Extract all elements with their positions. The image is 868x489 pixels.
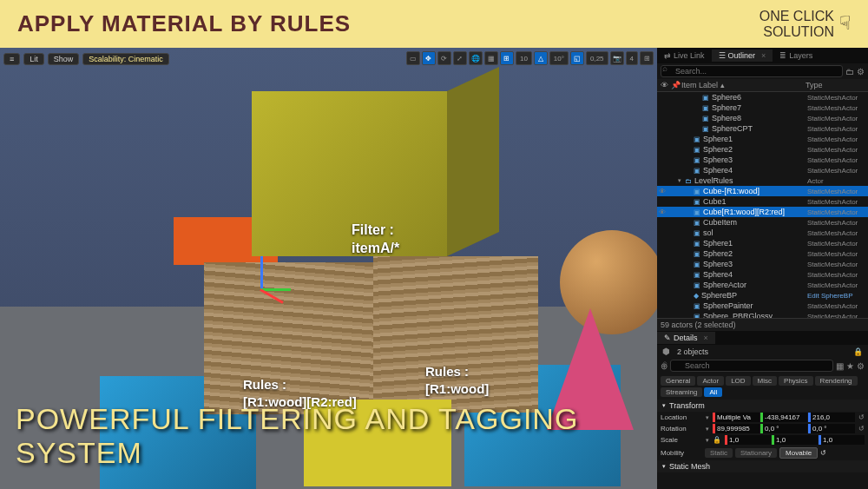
chevron-down-icon[interactable]: ▾ (706, 414, 709, 421)
outliner-row[interactable]: ▣Sphere2StaticMeshActor (657, 248, 868, 259)
pin-column-icon[interactable]: 📌 (671, 81, 681, 89)
outliner-tree[interactable]: ▣Sphere6StaticMeshActor▣Sphere7StaticMes… (657, 92, 868, 318)
tab-layers[interactable]: ≣Layers (773, 50, 819, 62)
viewport[interactable]: ≡ Lit Show Scalability: Cinematic ▭ ✥ ⟳ … (0, 48, 657, 489)
reset-mobility-button[interactable]: ↺ (820, 449, 826, 457)
category-all[interactable]: All (704, 387, 722, 397)
translate-tool-icon[interactable]: ✥ (422, 51, 436, 65)
rotation-x-input[interactable]: 89,999985 (713, 424, 760, 433)
filter-icon[interactable]: ⊕ (661, 361, 667, 371)
maximize-viewport-icon[interactable]: ⊞ (640, 51, 654, 65)
outliner-search-input[interactable] (661, 65, 843, 77)
category-streaming[interactable]: Streaming (661, 387, 702, 397)
grid-snap-value[interactable]: 10 (516, 51, 532, 65)
section-static-mesh[interactable]: ▾Static Mesh (657, 460, 868, 472)
outliner-row[interactable]: ▣Sphere7StaticMeshActor (657, 102, 868, 113)
scale-lock-icon[interactable]: 🔒 (713, 436, 721, 444)
outliner-row[interactable]: ▣Sphere3StaticMeshActor (657, 259, 868, 269)
outliner-row[interactable]: ▣Sphere1StaticMeshActor (657, 238, 868, 248)
column-type[interactable]: Type (806, 81, 865, 89)
surface-snap-icon[interactable]: ▦ (484, 51, 498, 65)
scale-tool-icon[interactable]: ⤢ (453, 51, 467, 65)
eye-column-icon[interactable]: 👁 (661, 81, 671, 89)
grid-snap-icon[interactable]: ⊞ (500, 51, 514, 65)
outliner-row[interactable]: ▣SphereCPTStaticMeshActor (657, 123, 868, 134)
gear-icon[interactable]: ⚙ (857, 361, 865, 371)
expand-icon[interactable]: ▾ (678, 177, 685, 184)
category-actor[interactable]: Actor (697, 376, 724, 386)
scale-y-input[interactable]: 1,0 (772, 435, 818, 445)
chevron-down-icon[interactable]: ▾ (706, 437, 709, 444)
tab-outliner[interactable]: ☰Outliner× (712, 50, 773, 62)
livelink-icon: ⇄ (664, 51, 671, 60)
viewport-menu-button[interactable]: ≡ (3, 53, 20, 65)
actor-type-icon: ▣ (694, 271, 700, 279)
reset-rotation-button[interactable]: ↺ (858, 425, 865, 433)
category-rendering[interactable]: Rendering (815, 376, 858, 386)
section-transform[interactable]: ▾Transform (657, 400, 868, 412)
rotation-z-input[interactable]: 0,0 ° (808, 424, 855, 433)
actor-type-text[interactable]: Edit SphereBP (807, 292, 866, 300)
coord-space-icon[interactable]: 🌐 (469, 51, 483, 65)
chevron-down-icon[interactable]: ▾ (706, 426, 709, 433)
marketing-caption: POWERFUL FILTERING AND TAGGING SYSTEM (16, 402, 657, 470)
category-lod[interactable]: LOD (726, 376, 750, 386)
mobility-static-button[interactable]: Static (705, 448, 733, 458)
select-tool-icon[interactable]: ▭ (406, 51, 420, 65)
angle-snap-icon[interactable]: △ (534, 51, 548, 65)
tab-details[interactable]: ✎Details× (657, 332, 715, 344)
category-general[interactable]: General (661, 376, 695, 386)
outliner-row[interactable]: ◆SphereBPEdit SphereBP (657, 290, 868, 301)
outliner-row[interactable]: ▣Sphere4StaticMeshActor (657, 165, 868, 175)
outliner-row[interactable]: ▣Sphere8StaticMeshActor (657, 113, 868, 123)
close-icon[interactable]: × (761, 51, 766, 60)
mobility-stationary-button[interactable]: Stationary (735, 448, 777, 458)
outliner-row[interactable]: ▾🗀LevelRulesActor (657, 175, 868, 186)
scale-snap-icon[interactable]: ◱ (570, 51, 584, 65)
scalability-button[interactable]: Scalability: Cinematic (82, 53, 169, 65)
angle-snap-value[interactable]: 10° (549, 51, 569, 65)
view-mode-button[interactable]: Lit (23, 53, 44, 65)
outliner-row[interactable]: 👁▣Cube-[R1:wood]StaticMeshActor (657, 186, 868, 196)
rotate-tool-icon[interactable]: ⟳ (437, 51, 451, 65)
column-item-label[interactable]: Item Label▴ (681, 81, 806, 89)
scale-z-input[interactable]: 1,0 (819, 435, 865, 445)
visibility-toggle-icon[interactable]: 👁 (659, 188, 669, 195)
tab-livelink[interactable]: ⇄Live Link (657, 50, 712, 62)
gizmo-z-axis[interactable] (260, 256, 263, 291)
camera-speed-value[interactable]: 4 (626, 51, 638, 65)
outliner-row[interactable]: ▣SphereActorStaticMeshActor (657, 280, 868, 290)
outliner-row[interactable]: ▣Cube1StaticMeshActor (657, 196, 868, 207)
scale-snap-value[interactable]: 0,25 (586, 51, 608, 65)
outliner-row[interactable]: ▣Sphere3StaticMeshActor (657, 155, 868, 165)
property-matrix-icon[interactable]: ▦ (836, 361, 844, 371)
outliner-row[interactable]: ▣Sphere1StaticMeshActor (657, 134, 868, 144)
outliner-row[interactable]: ▣Sphere2StaticMeshActor (657, 144, 868, 155)
favorite-icon[interactable]: ★ (846, 361, 854, 371)
details-search-input[interactable] (670, 360, 833, 372)
settings-icon[interactable]: ⚙ (857, 67, 865, 76)
camera-speed-icon[interactable]: 📷 (610, 51, 624, 65)
outliner-row[interactable]: ▣Sphere6StaticMeshActor (657, 92, 868, 102)
visibility-toggle-icon[interactable]: 👁 (659, 208, 669, 216)
folder-add-icon[interactable]: 🗀 (845, 67, 854, 76)
actor-type-text: Actor (807, 177, 866, 185)
category-physics[interactable]: Physics (779, 376, 813, 386)
outliner-row[interactable]: ▣solStaticMeshActor (657, 228, 868, 238)
outliner-row[interactable]: ▣SpherePainterStaticMeshActor (657, 301, 868, 311)
outliner-row[interactable]: 👁▣Cube[R1:wood][R2:red]StaticMeshActor (657, 207, 868, 217)
outliner-row[interactable]: ▣Sphere4StaticMeshActor (657, 269, 868, 280)
rotation-y-input[interactable]: 0,0 ° (760, 424, 807, 433)
location-z-input[interactable]: 216,0 (808, 413, 855, 422)
mobility-movable-button[interactable]: Movable (779, 447, 818, 459)
scale-x-input[interactable]: 1,0 (725, 435, 771, 445)
location-x-input[interactable]: Multiple Va (713, 413, 760, 422)
reset-location-button[interactable]: ↺ (858, 413, 865, 421)
category-misc[interactable]: Misc (753, 376, 777, 386)
outliner-row[interactable]: ▣Sphere_PBRGlossyStaticMeshActor (657, 311, 868, 318)
outliner-row[interactable]: ▣CubeItemStaticMeshActor (657, 217, 868, 228)
lock-icon[interactable]: 🔒 (853, 347, 863, 356)
close-icon[interactable]: × (704, 334, 708, 342)
show-button[interactable]: Show (48, 53, 80, 65)
location-y-input[interactable]: -438,94167 (760, 413, 807, 422)
